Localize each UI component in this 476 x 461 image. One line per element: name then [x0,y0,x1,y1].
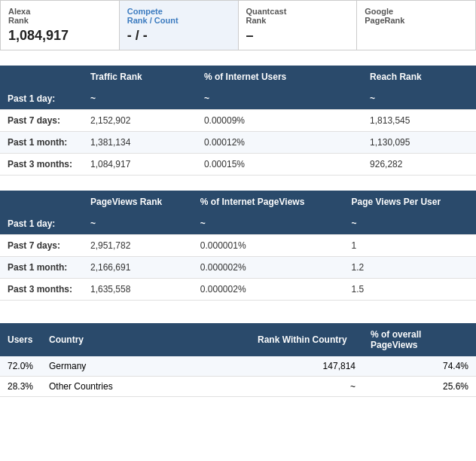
pv-row-pct: ~ [193,213,344,235]
traffic-row-reach: 1,130,095 [362,132,476,154]
quantcast-rank-card: QuantcastRank – [239,1,358,50]
quantcast-rank-value: – [246,28,349,44]
traffic-col-reach: Reach Rank [362,66,476,88]
traffic-row-pct: 0.00009% [197,110,362,132]
traffic-row-pct: 0.00012% [197,132,362,154]
rank-cards-section: AlexaRank 1,084,917 CompeteRank / Count … [0,0,476,50]
country-col-users: Users [0,323,41,356]
alexa-rank-card: AlexaRank 1,084,917 [1,1,120,50]
pv-row-peruser: ~ [344,213,476,235]
country-section: Users Country Rank Within Country % of o… [0,323,476,397]
country-row-rank: 147,814 [250,356,363,377]
country-row: 72.0% Germany 147,814 74.4% [0,356,476,377]
pv-row-pct: 0.000001% [193,235,344,257]
traffic-row-rank: 2,152,902 [83,110,197,132]
traffic-row: Past 1 day: ~ ~ ~ [0,88,476,110]
pageviews-row: Past 7 days: 2,951,782 0.000001% 1 [0,235,476,257]
traffic-col-rank: Traffic Rank [83,66,197,88]
country-row: 28.3% Other Countries ~ 25.6% [0,377,476,397]
traffic-row-rank: 1,084,917 [83,154,197,176]
pv-row-rank: 2,951,782 [83,235,193,257]
traffic-row-reach: ~ [362,88,476,110]
pageviews-row: Past 1 day: ~ ~ ~ [0,213,476,235]
traffic-row: Past 7 days: 2,152,902 0.00009% 1,813,54… [0,110,476,132]
google-pagerank-label: GooglePageRank [365,7,468,25]
country-row-rank: ~ [250,377,363,397]
pv-row-label: Past 1 day: [0,213,83,235]
pv-row-rank: 2,166,691 [83,257,193,279]
traffic-table: Traffic Rank % of Internet Users Reach R… [0,66,476,176]
traffic-row-rank: 1,381,134 [83,132,197,154]
compete-rank-label: CompeteRank / Count [127,7,230,25]
country-row-country: Other Countries [41,377,250,397]
traffic-row-label: Past 1 day: [0,88,83,110]
traffic-row-label: Past 1 month: [0,132,83,154]
country-row-country: Germany [41,356,250,377]
country-row-users: 28.3% [0,377,41,397]
country-table: Users Country Rank Within Country % of o… [0,323,476,397]
pv-col-pct: % of Internet PageViews [193,191,344,213]
traffic-row-label: Past 7 days: [0,110,83,132]
pv-col-empty [0,191,83,213]
alexa-rank-label: AlexaRank [8,7,111,25]
pv-col-rank: PageViews Rank [83,191,193,213]
google-pagerank-card: GooglePageRank [357,1,475,50]
traffic-row: Past 1 month: 1,381,134 0.00012% 1,130,0… [0,132,476,154]
traffic-col-empty [0,66,83,88]
quantcast-rank-label: QuantcastRank [246,7,349,25]
pageviews-section: PageViews Rank % of Internet PageViews P… [0,191,476,301]
pv-row-rank: 1,635,558 [83,279,193,301]
pv-row-label: Past 3 months: [0,279,83,301]
google-pagerank-value [365,28,468,44]
traffic-row-reach: 926,282 [362,154,476,176]
pv-row-pct: 0.000002% [193,279,344,301]
pv-row-label: Past 1 month: [0,257,83,279]
pv-row-pct: 0.000002% [193,257,344,279]
country-row-pct: 25.6% [363,377,476,397]
pageviews-table: PageViews Rank % of Internet PageViews P… [0,191,476,301]
country-row-pct: 74.4% [363,356,476,377]
alexa-rank-value: 1,084,917 [8,28,111,44]
traffic-section: Traffic Rank % of Internet Users Reach R… [0,66,476,176]
traffic-row-pct: ~ [197,88,362,110]
pv-row-label: Past 7 days: [0,235,83,257]
pageviews-row: Past 1 month: 2,166,691 0.000002% 1.2 [0,257,476,279]
traffic-col-pct: % of Internet Users [197,66,362,88]
country-col-pct: % of overall PageViews [363,323,476,356]
country-row-users: 72.0% [0,356,41,377]
compete-rank-sublabel: Rank / Count [127,16,178,25]
pageviews-row: Past 3 months: 1,635,558 0.000002% 1.5 [0,279,476,301]
compete-rank-card: CompeteRank / Count - / - [120,1,239,50]
country-col-country: Country [41,323,250,356]
pv-row-rank: ~ [83,213,193,235]
traffic-row-pct: 0.00015% [197,154,362,176]
traffic-row-rank: ~ [83,88,197,110]
traffic-row-label: Past 3 months: [0,154,83,176]
pv-row-peruser: 1 [344,235,476,257]
country-col-rank: Rank Within Country [250,323,363,356]
traffic-row-reach: 1,813,545 [362,110,476,132]
pv-row-peruser: 1.2 [344,257,476,279]
pv-row-peruser: 1.5 [344,279,476,301]
compete-rank-value: - / - [127,28,230,44]
pv-col-peruser: Page Views Per User [344,191,476,213]
traffic-row: Past 3 months: 1,084,917 0.00015% 926,28… [0,154,476,176]
